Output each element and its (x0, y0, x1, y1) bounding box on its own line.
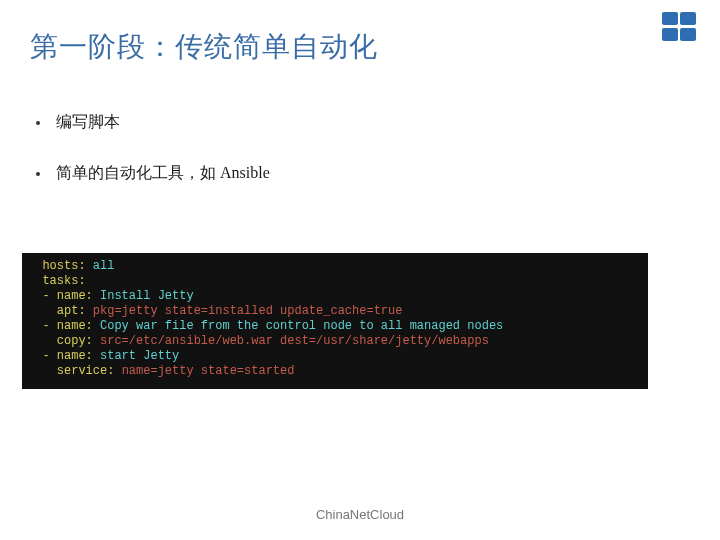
logo-cell (662, 12, 678, 25)
code-token: Install Jetty (100, 289, 194, 303)
code-line: - name: Copy war file from the control n… (28, 319, 642, 334)
bullet-icon (36, 121, 40, 125)
code-line: apt: pkg=jetty state=installed update_ca… (28, 304, 642, 319)
logo-cell (680, 12, 696, 25)
code-line: copy: src=/etc/ansible/web.war dest=/usr… (28, 334, 642, 349)
logo-cell (662, 28, 678, 41)
code-token: - name: (28, 349, 100, 363)
list-item: 编写脚本 (36, 112, 690, 133)
code-token: - name: (28, 319, 100, 333)
code-line: - name: start Jetty (28, 349, 642, 364)
code-token: start Jetty (100, 349, 179, 363)
bullet-text: 简单的自动化工具，如 Ansible (56, 163, 270, 184)
code-line: - name: Install Jetty (28, 289, 642, 304)
code-token: service: (28, 364, 122, 378)
code-token: - name: (28, 289, 100, 303)
code-token: pkg=jetty state=installed update_cache=t… (93, 304, 403, 318)
code-token: all (93, 259, 115, 273)
bullet-icon (36, 172, 40, 176)
code-token: hosts: (28, 259, 93, 273)
code-block: hosts: all tasks: - name: Install Jetty … (22, 253, 648, 389)
footer-text: ChinaNetCloud (0, 507, 720, 522)
code-line: tasks: (28, 274, 642, 289)
logo-cell (680, 28, 696, 41)
bullet-list: 编写脚本 简单的自动化工具，如 Ansible (36, 112, 690, 184)
code-token: tasks: (28, 274, 86, 288)
bullet-text: 编写脚本 (56, 112, 120, 133)
code-token: apt: (28, 304, 93, 318)
slide: 第一阶段：传统简单自动化 编写脚本 简单的自动化工具，如 Ansible hos… (0, 0, 720, 540)
code-token: Copy war file from the control node to a… (100, 319, 503, 333)
code-token: copy: (28, 334, 100, 348)
code-token: name=jetty state=started (122, 364, 295, 378)
slide-title: 第一阶段：传统简单自动化 (30, 28, 690, 66)
code-line: hosts: all (28, 259, 642, 274)
logo-grid-icon (662, 12, 698, 42)
code-line: service: name=jetty state=started (28, 364, 642, 379)
list-item: 简单的自动化工具，如 Ansible (36, 163, 690, 184)
code-token: src=/etc/ansible/web.war dest=/usr/share… (100, 334, 489, 348)
